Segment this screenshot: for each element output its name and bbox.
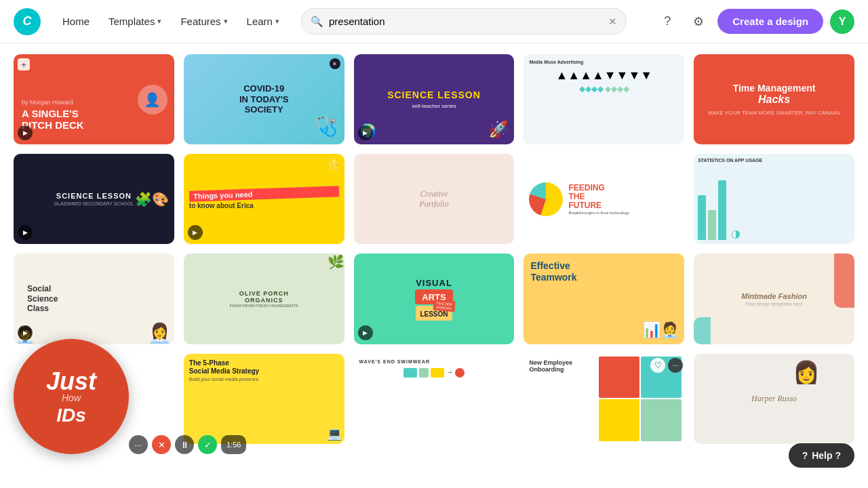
video-controls: ··· ✕ ⏸ ✓ 1:56: [129, 435, 246, 454]
nav-home[interactable]: Home: [54, 10, 98, 33]
card-olive-porch[interactable]: OLIVE PORCHORGANICS FARM-FROM-FRESH INGR…: [184, 253, 344, 344]
card-new-employee[interactable]: New EmployeeOnboarding ♡ ···: [524, 354, 684, 444]
card-harper-russo[interactable]: Harper Russo 👩: [694, 354, 854, 444]
template-grid: by Morgan Howard A SINGLE'SPITCH DECK 👤 …: [0, 43, 868, 455]
nav-home-label: Home: [62, 16, 90, 27]
card-things-erica[interactable]: Things you need to know about Erica ⭐ ▶: [184, 154, 344, 244]
avatar[interactable]: Y: [830, 9, 854, 34]
card-effective-teamwork[interactable]: EffectiveTeamwork 📊🧑‍💼: [524, 253, 684, 344]
card-singles-pitch-deck[interactable]: by Morgan Howard A SINGLE'SPITCH DECK 👤 …: [14, 54, 174, 144]
nav-menu: Home Templates ▾ Features ▾ Learn ▾: [54, 10, 288, 33]
card-social-science[interactable]: SocialScienceClass 👩‍💼 🧑‍💼 ▶: [14, 253, 174, 344]
help-button[interactable]: ? Help ?: [789, 443, 854, 455]
play-icon: ▶: [358, 325, 373, 340]
heart-icon[interactable]: ♡: [650, 358, 665, 373]
video-time: 1:56: [221, 435, 246, 454]
nav-learn[interactable]: Learn ▾: [239, 10, 288, 33]
canva-logo[interactable]: C: [14, 8, 41, 35]
card-feeding-future[interactable]: FEEDINGTHEFUTURE Breakthroughs in food t…: [524, 154, 684, 244]
card-waves-swimwear[interactable]: WAVE'S END SWIMWEAR →: [354, 354, 515, 444]
video-close-button[interactable]: ✕: [152, 435, 171, 454]
card-media-muse[interactable]: Media Muse Advertising ▲▲▲▲▼▼▼▼ ◆◆◆◆ ◆◆◆…: [524, 54, 684, 144]
card-mintmade-fashion[interactable]: Mintmade Fashion Find design templates h…: [694, 253, 854, 344]
templates-chevron-icon: ▾: [157, 17, 161, 26]
settings-icon-btn[interactable]: ⚙: [686, 9, 711, 34]
search-icon: 🔍: [311, 16, 323, 28]
help-icon: ?: [802, 450, 808, 455]
features-chevron-icon: ▾: [224, 17, 228, 26]
topbar: C Home Templates ▾ Features ▾ Learn ▾ 🔍 …: [0, 0, 868, 43]
card-stats-app[interactable]: STATISTICS ON APP USAGE ◑: [694, 154, 854, 244]
card-science-purple[interactable]: SCIENCE LESSON self-teacher series 🚀 🌍 ▶: [354, 54, 515, 144]
add-icon[interactable]: +: [18, 58, 30, 70]
card-creative-portfolio[interactable]: CreativePortfolio: [354, 154, 515, 244]
nav-learn-label: Learn: [247, 16, 273, 27]
video-pause-button[interactable]: ⏸: [175, 435, 194, 454]
play-icon: ▶: [358, 125, 373, 140]
learn-chevron-icon: ▾: [275, 17, 279, 26]
help-icon-btn[interactable]: ?: [655, 9, 679, 34]
search-bar: 🔍 ✕: [301, 8, 627, 35]
nav-templates[interactable]: Templates ▾: [100, 10, 170, 33]
card-covid[interactable]: COVID-19IN TODAY'SSOCIETY 🩺 ✕: [184, 54, 344, 144]
search-clear-icon[interactable]: ✕: [608, 16, 617, 28]
create-design-button[interactable]: Create a design: [717, 9, 823, 34]
topbar-right: ? ⚙ Create a design Y: [655, 9, 854, 34]
card-visual-arts[interactable]: VISUAL ARTS LESSON TEACHERMORGAN ▶: [354, 253, 515, 344]
video-more-button[interactable]: ···: [129, 435, 148, 454]
nav-templates-label: Templates: [108, 16, 155, 27]
card-5phase-social[interactable]: The 5-PhaseSocial Media Strategy Build y…: [184, 354, 344, 444]
card-time-mgmt[interactable]: Time ManagementHacks MAKE YOUR TEAM MORE…: [694, 54, 854, 144]
card-science-dark[interactable]: SCIENCE LESSON GLADWARD SECONDARY SCHOOL…: [14, 154, 174, 244]
nav-features-label: Features: [180, 16, 220, 27]
play-icon: ▶: [18, 325, 33, 340]
nav-features[interactable]: Features ▾: [172, 10, 235, 33]
search-input[interactable]: [301, 8, 627, 35]
floating-circle-just-ids[interactable]: Just How IDs: [14, 339, 129, 454]
more-icon[interactable]: ···: [668, 358, 683, 373]
video-check-button[interactable]: ✓: [198, 435, 217, 454]
